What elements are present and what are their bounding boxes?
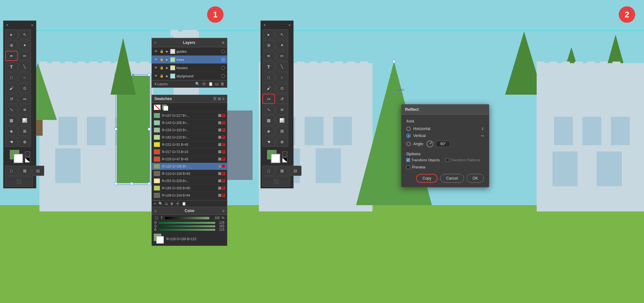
- zoom-tool[interactable]: ⊕: [18, 137, 31, 147]
- rect-tool[interactable]: □: [5, 72, 18, 82]
- r-slider[interactable]: [159, 222, 215, 224]
- r-default-colors[interactable]: [282, 157, 287, 163]
- swatch-item-0[interactable]: R=107 G=217 B=...: [152, 112, 227, 119]
- select-tool[interactable]: ▸: [5, 29, 18, 39]
- right-toolbar-close[interactable]: ×: [264, 23, 265, 27]
- layer-item-houses[interactable]: 👁 🔒 ▶ houses: [152, 64, 227, 72]
- mesh-tool[interactable]: ⊞: [18, 126, 31, 136]
- layer-lock-houses[interactable]: 🔒: [159, 66, 164, 70]
- left-toolbar-close[interactable]: ×: [6, 23, 8, 27]
- r-select-tool[interactable]: ▸: [262, 29, 275, 39]
- g-slider[interactable]: [159, 225, 215, 227]
- r-screen-mode[interactable]: ⬛: [262, 176, 290, 187]
- swatch-item-8[interactable]: R=110 G=104 B=93: [152, 170, 227, 177]
- lasso-tool[interactable]: ⊛: [5, 40, 18, 50]
- cancel-button[interactable]: Cancel: [440, 174, 464, 183]
- r-line-tool[interactable]: ╲: [276, 62, 288, 72]
- line-segment-tool[interactable]: ╲: [18, 62, 31, 72]
- mask-mode[interactable]: ⊟: [32, 166, 44, 176]
- swatch-item-1[interactable]: R=143 G=205 B=...: [152, 119, 227, 127]
- swatches-grid-view[interactable]: ⊞: [218, 97, 221, 101]
- layer-eye-trees[interactable]: 👁: [154, 57, 158, 62]
- r-stroke-swatch[interactable]: [271, 154, 280, 163]
- layer-lock-trees[interactable]: 🔒: [159, 57, 164, 62]
- normal-mode[interactable]: □: [5, 166, 18, 176]
- angle-dial[interactable]: [426, 140, 433, 147]
- angle-value[interactable]: 90°: [436, 141, 450, 147]
- ok-button[interactable]: OK: [467, 174, 484, 183]
- swatch-item-4[interactable]: R=231 G=91 B=45: [152, 141, 227, 148]
- copy-button[interactable]: Copy: [416, 174, 438, 183]
- pen-tool[interactable]: ✒: [5, 51, 18, 61]
- r-normal-mode[interactable]: □: [262, 166, 275, 176]
- r-swap-colors[interactable]: [282, 152, 287, 157]
- r-pencil-tool[interactable]: ✏: [276, 51, 288, 61]
- r-hand-tool[interactable]: ☚: [262, 137, 275, 147]
- change-screen-mode[interactable]: ⬛: [5, 176, 33, 187]
- left-toolbar-collapse[interactable]: »: [31, 23, 33, 27]
- swatch-item-9[interactable]: R=255 G=229 B=...: [152, 177, 227, 185]
- swatch-item-3[interactable]: R=182 G=219 B=...: [152, 134, 227, 141]
- swatches-menu[interactable]: ≡: [222, 97, 224, 101]
- direct-select-tool[interactable]: ↖: [18, 29, 31, 39]
- default-colors[interactable]: [25, 157, 30, 163]
- swatches-list-view[interactable]: ☰: [213, 97, 217, 101]
- swatches-footer-del[interactable]: 🗑: [170, 202, 174, 206]
- bg-color-swatch[interactable]: [163, 106, 168, 111]
- column-graph-tool[interactable]: 📊: [18, 115, 31, 125]
- paintbrush-tool[interactable]: 🖌: [5, 83, 18, 93]
- layers-add-icon[interactable]: ➕: [202, 82, 206, 86]
- r-mesh-tool[interactable]: ⊞: [276, 126, 288, 136]
- color-panel-menu[interactable]: ≡: [222, 209, 224, 213]
- graph-tool[interactable]: ▦: [5, 115, 18, 125]
- ellipse-tool[interactable]: ○: [18, 72, 31, 82]
- swatch-item-7[interactable]: R=126 G=165 B=...: [152, 163, 227, 170]
- r-lasso-tool[interactable]: ⊛: [262, 40, 275, 50]
- swatches-footer-add[interactable]: ↩: [154, 202, 157, 206]
- swatch-item-10[interactable]: R=185 G=205 B=90: [152, 185, 227, 192]
- blob-brush-tool[interactable]: ⊙: [18, 83, 31, 93]
- r-type-tool[interactable]: T: [262, 62, 275, 72]
- vertical-radio-row[interactable]: Vertical ⇔: [406, 134, 484, 138]
- layers-panel-close[interactable]: ×: [154, 41, 156, 45]
- swatches-footer-lib[interactable]: 🗂: [165, 202, 168, 206]
- r-brush-tool[interactable]: 🖌: [262, 83, 275, 93]
- opacity-slider[interactable]: [165, 217, 209, 219]
- r-mask-mode[interactable]: ⊟: [289, 166, 301, 176]
- r-gradient-tool[interactable]: ◈: [262, 126, 275, 136]
- swatches-footer-more[interactable]: ➕: [176, 202, 180, 206]
- r-rotate-tool[interactable]: ↺: [276, 94, 288, 104]
- magic-wand-tool[interactable]: ✦: [18, 40, 31, 50]
- preview-row[interactable]: Preview: [406, 165, 484, 169]
- stroke-swatch[interactable]: [14, 154, 23, 163]
- right-toolbar-collapse[interactable]: »: [289, 23, 290, 27]
- b-slider[interactable]: [159, 229, 215, 231]
- layer-eye-guides[interactable]: 👁: [154, 49, 158, 54]
- r-behind-mode[interactable]: ⊠: [276, 166, 288, 176]
- layers-delete-icon[interactable]: 🗑: [221, 82, 224, 86]
- swatches-footer-new[interactable]: 🔍: [158, 202, 163, 206]
- r-reflect-tool[interactable]: ⇔: [262, 94, 275, 104]
- r-shear-tool[interactable]: ≋: [276, 104, 288, 115]
- angle-radio[interactable]: [406, 142, 411, 146]
- vertical-radio[interactable]: [406, 134, 411, 138]
- layer-eye-skyground[interactable]: 👁: [154, 74, 158, 78]
- layer-arrow-skyground[interactable]: ▶: [165, 74, 169, 78]
- transform-objects-item[interactable]: ✓ Transform Objects: [406, 158, 440, 162]
- horizontal-radio[interactable]: [406, 127, 411, 131]
- layer-lock-skyground[interactable]: 🔒: [159, 74, 164, 78]
- swap-colors[interactable]: [25, 152, 30, 157]
- swatch-item-2[interactable]: R=156 G=193 B=...: [152, 127, 227, 134]
- r-graph-tool[interactable]: ▦: [262, 115, 275, 125]
- r-rect-tool[interactable]: □: [262, 72, 275, 82]
- layer-lock-guides[interactable]: 🔒: [159, 49, 164, 54]
- type-tool[interactable]: T: [5, 62, 18, 72]
- none-swatch[interactable]: [154, 104, 161, 110]
- layer-item-trees[interactable]: 👁 🔒 ▶ trees: [152, 56, 227, 64]
- r-pen-tool[interactable]: ✒: [262, 51, 275, 61]
- layers-search-icon[interactable]: 🔍: [195, 82, 200, 86]
- layers-copy-icon[interactable]: 📋: [208, 82, 213, 86]
- layer-arrow-guides[interactable]: ▶: [165, 50, 169, 53]
- scale-tool[interactable]: ⤡: [5, 104, 18, 115]
- r-blob-tool[interactable]: ⊙: [276, 83, 288, 93]
